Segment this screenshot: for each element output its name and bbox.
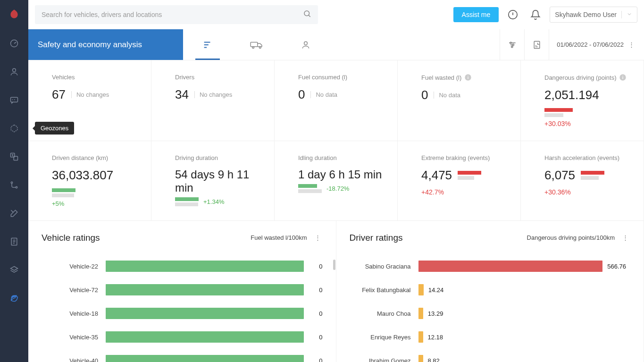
info-icon[interactable] xyxy=(619,74,627,81)
rating-value: 8.82 xyxy=(428,357,454,362)
vehicle-ratings-metric: Fuel wasted l/100km xyxy=(251,234,307,241)
rating-bar xyxy=(106,331,304,343)
subtabs xyxy=(183,29,330,60)
svg-point-16 xyxy=(511,46,512,47)
vehicle-rating-row[interactable]: Vehicle-220 xyxy=(42,254,323,278)
nav-people[interactable] xyxy=(0,58,28,86)
rating-bar xyxy=(106,308,304,319)
metric-sub: No changes xyxy=(71,91,109,98)
svg-point-11 xyxy=(252,46,254,48)
export-icon[interactable] xyxy=(525,29,549,60)
tab-drivers[interactable] xyxy=(281,29,330,60)
rating-label: Vehicle-22 xyxy=(42,263,98,270)
date-range[interactable]: 01/06/2022 - 07/06/2022 ⋮ xyxy=(549,39,644,50)
rating-bar: 8.82 xyxy=(418,355,631,362)
filter-icon[interactable] xyxy=(500,29,525,60)
trend-bars xyxy=(52,188,75,197)
driver-rating-row[interactable]: Mauro Choa13.29 xyxy=(350,302,631,325)
nav-tools[interactable] xyxy=(0,199,28,227)
search-icon[interactable] xyxy=(303,9,311,20)
rating-label: Vehicle-40 xyxy=(42,357,98,362)
vehicle-ratings-panel: Vehicle ratings Fuel wasted l/100km ⋮ Ve… xyxy=(28,221,336,362)
kebab-icon[interactable]: ⋮ xyxy=(620,232,630,243)
metrics-grid: Vehicles 67 No changes Drivers 34 No cha… xyxy=(28,60,644,221)
metric-idling-duration: Idling duration 1 day 6 h 15 min -18.72% xyxy=(275,141,398,221)
rating-bar: 14.24 xyxy=(418,284,631,295)
svg-point-6 xyxy=(16,186,17,188)
nav-route[interactable] xyxy=(0,171,28,199)
trend-bars xyxy=(175,197,199,206)
metric-distance: Driven distance (km) 36,033.807 +5% xyxy=(28,141,151,221)
vehicle-rating-row[interactable]: Vehicle-350 xyxy=(42,325,323,349)
metric-harsh-accel: Harsh acceleration (events) 6,075 +30.36… xyxy=(521,141,644,221)
metric-fuel-consumed: Fuel consumed (l) 0 No data xyxy=(275,60,398,141)
trend-bars xyxy=(544,108,573,117)
svg-point-12 xyxy=(259,46,261,48)
nav-layers[interactable] xyxy=(0,256,28,284)
trend-bars xyxy=(298,184,322,193)
rating-label: Mauro Choa xyxy=(350,310,411,317)
trend-bars xyxy=(581,171,604,180)
tab-vehicles[interactable] xyxy=(232,29,281,60)
tooltip-geozones: Geozones xyxy=(35,122,74,135)
search-input[interactable] xyxy=(42,11,303,18)
driver-ratings-panel: Driver ratings Dangerous driving points/… xyxy=(336,221,644,362)
vehicle-rating-row[interactable]: Vehicle-400 xyxy=(42,349,323,362)
nav-eco[interactable] xyxy=(0,284,28,312)
rating-bar xyxy=(106,284,304,295)
rating-value: 0 xyxy=(311,286,323,294)
tab-overview[interactable] xyxy=(183,29,232,60)
date-menu-icon[interactable]: ⋮ xyxy=(627,39,636,50)
rating-label: Felix Batungbakal xyxy=(350,286,411,294)
nav-chat[interactable] xyxy=(0,86,28,114)
rating-value: 0 xyxy=(311,310,323,317)
nav-dashboard[interactable] xyxy=(0,29,28,58)
svg-point-5 xyxy=(11,182,12,183)
nav-translate[interactable] xyxy=(0,143,28,171)
app-logo xyxy=(0,0,28,29)
rating-label: Vehicle-72 xyxy=(42,286,98,294)
kebab-icon[interactable]: ⋮ xyxy=(313,232,323,243)
assist-button[interactable]: Assist me xyxy=(453,7,499,22)
driver-ratings-title: Driver ratings xyxy=(350,233,403,243)
driver-rating-row[interactable]: Enrique Reyes12.18 xyxy=(350,325,631,349)
user-menu[interactable]: Skyhawk Demo User xyxy=(550,7,637,23)
page-title: Safety and economy analysis xyxy=(28,29,183,60)
topbar: Assist me Skyhawk Demo User xyxy=(28,0,644,29)
ratings-section: Vehicle ratings Fuel wasted l/100km ⋮ Ve… xyxy=(28,221,644,362)
metric-label: Vehicles xyxy=(52,74,140,81)
rating-bar xyxy=(106,355,304,362)
svg-point-1 xyxy=(13,68,16,72)
vehicle-rating-row[interactable]: Vehicle-180 xyxy=(42,302,323,325)
driver-rating-row[interactable]: Ibrahim Gomez8.82 xyxy=(350,349,631,362)
rating-value: 12.18 xyxy=(428,334,454,341)
rating-bar: 566.76 xyxy=(418,261,631,272)
subheader: Safety and economy analysis 01/06/2022 -… xyxy=(28,29,644,60)
rating-value: 566.76 xyxy=(607,263,630,270)
search-box[interactable] xyxy=(35,5,318,24)
svg-rect-17 xyxy=(534,41,540,48)
rating-label: Sabino Graciana xyxy=(350,263,411,270)
info-icon[interactable] xyxy=(464,74,472,81)
rating-value: 0 xyxy=(311,357,323,362)
svg-point-8 xyxy=(304,11,309,16)
notifications-icon[interactable] xyxy=(527,6,544,23)
metric-extreme-braking: Extreme braking (events) 4,475 +42.7% xyxy=(398,141,521,221)
vehicle-ratings-title: Vehicle ratings xyxy=(42,233,100,243)
nav-geozones[interactable] xyxy=(0,114,28,143)
driver-ratings-metric: Dangerous driving points/100km xyxy=(527,234,615,241)
rating-label: Vehicle-35 xyxy=(42,334,98,341)
metric-drivers: Drivers 34 No changes xyxy=(151,60,275,141)
vehicle-rating-row[interactable]: Vehicle-720 xyxy=(42,278,323,302)
nav-reports[interactable] xyxy=(0,227,28,256)
rating-label: Vehicle-18 xyxy=(42,310,98,317)
rating-value: 13.29 xyxy=(428,310,454,317)
sidebar xyxy=(0,0,28,362)
rating-bar: 13.29 xyxy=(418,308,631,319)
driver-rating-row[interactable]: Felix Batungbakal14.24 xyxy=(350,278,631,302)
driver-rating-row[interactable]: Sabino Graciana566.76 xyxy=(350,254,631,278)
scrollbar-thumb[interactable] xyxy=(333,260,335,270)
help-icon[interactable] xyxy=(504,6,521,23)
rating-label: Enrique Reyes xyxy=(350,334,411,341)
content: Vehicles 67 No changes Drivers 34 No cha… xyxy=(28,60,644,362)
